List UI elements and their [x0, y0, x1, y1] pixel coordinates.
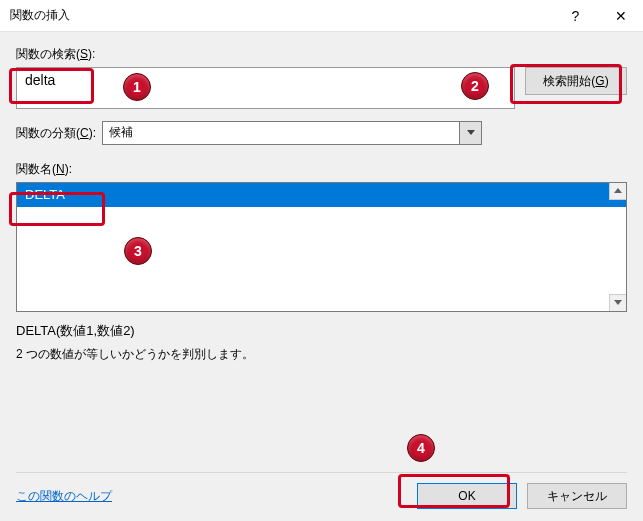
- ok-button[interactable]: OK: [417, 483, 517, 509]
- dialog-content: 関数の検索(S): 検索開始(G) 関数の分類(C): 候補 関数名(N): D…: [0, 32, 643, 521]
- dialog-footer: この関数のヘルプ OK キャンセル: [16, 472, 627, 509]
- chevron-down-icon[interactable]: [460, 121, 482, 145]
- scroll-down-icon[interactable]: [609, 294, 626, 311]
- scroll-up-icon[interactable]: [609, 183, 626, 200]
- cancel-button[interactable]: キャンセル: [527, 483, 627, 509]
- function-listbox[interactable]: DELTA: [16, 182, 627, 312]
- category-select[interactable]: 候補: [102, 121, 460, 145]
- help-icon[interactable]: ?: [553, 0, 598, 32]
- list-item[interactable]: DELTA: [17, 183, 626, 207]
- function-signature: DELTA(数値1,数値2): [16, 322, 627, 340]
- function-description: 2 つの数値が等しいかどうかを判別します。: [16, 346, 627, 363]
- search-input[interactable]: [16, 67, 515, 109]
- function-name-label: 関数名(N):: [16, 161, 627, 178]
- function-help-link[interactable]: この関数のヘルプ: [16, 488, 112, 505]
- close-icon[interactable]: ✕: [598, 0, 643, 32]
- titlebar: 関数の挿入 ? ✕: [0, 0, 643, 32]
- category-label: 関数の分類(C):: [16, 125, 96, 142]
- search-start-button[interactable]: 検索開始(G): [525, 67, 627, 95]
- window-title: 関数の挿入: [10, 7, 553, 24]
- search-label: 関数の検索(S):: [16, 46, 627, 63]
